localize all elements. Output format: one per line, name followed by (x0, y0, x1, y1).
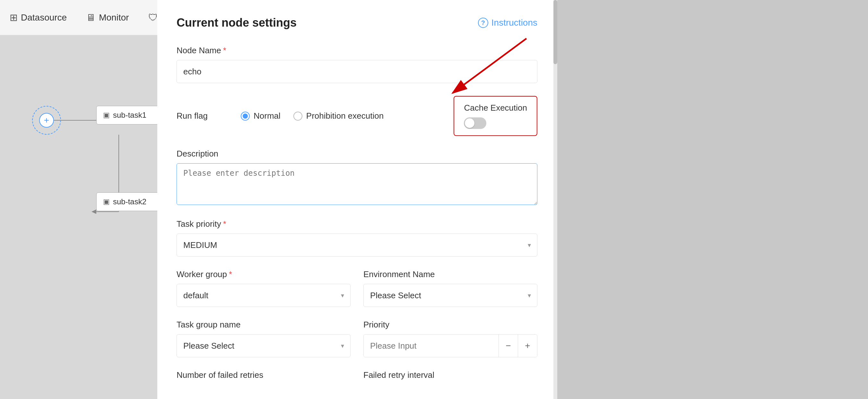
radio-normal[interactable]: Normal (241, 111, 281, 121)
task2-icon: ▣ (103, 198, 110, 206)
task-group-name-select-wrapper: Please Select ▾ (177, 334, 350, 357)
sub-task1-label: sub-task1 (113, 111, 146, 120)
nav-monitor-label: Monitor (99, 12, 129, 23)
panel-scrollbar[interactable] (553, 0, 557, 399)
task-group-name-group: Task group name Please Select ▾ (177, 320, 350, 357)
environment-name-select-wrapper: Please Select ▾ (363, 284, 537, 307)
retries-row: Number of failed retries Failed retry in… (177, 370, 537, 397)
priority-label: Priority (363, 320, 537, 330)
radio-prohibition-circle[interactable] (293, 111, 302, 121)
retry-interval-group: Failed retry interval (363, 370, 537, 385)
worker-group-label: Worker group * (177, 269, 350, 279)
scrollbar-thumb[interactable] (553, 0, 557, 64)
priority-minus-button[interactable]: − (498, 335, 518, 357)
node-name-input[interactable] (177, 60, 537, 83)
environment-name-select[interactable]: Please Select (363, 284, 537, 307)
task-priority-label: Task priority * (177, 219, 537, 229)
panel-title: Current node settings (177, 16, 297, 30)
description-group: Description (177, 149, 537, 206)
run-flag-label: Run flag (177, 111, 241, 121)
instructions-label: Instructions (492, 18, 537, 28)
worker-env-row: Worker group * default ▾ Environment Nam… (177, 269, 537, 320)
radio-normal-circle[interactable] (241, 111, 250, 121)
priority-input[interactable] (364, 335, 498, 357)
required-star: * (223, 45, 226, 56)
radio-normal-label: Normal (254, 111, 281, 121)
node-name-group: Node Name * (177, 45, 537, 83)
worker-group-select[interactable]: default (177, 284, 350, 307)
monitor-icon: 🖥 (86, 12, 96, 23)
required-star-3: * (229, 269, 232, 279)
datasource-icon: ⊞ (10, 12, 18, 23)
environment-name-group: Environment Name Please Select ▾ (363, 269, 537, 307)
cache-execution-box: Cache Execution (454, 96, 537, 136)
panel-header: Current node settings ? Instructions (177, 16, 537, 30)
node-name-label: Node Name * (177, 45, 537, 56)
nav-monitor[interactable]: 🖥 Monitor (86, 12, 129, 23)
toggle-thumb (465, 118, 474, 128)
cache-toggle[interactable] (464, 118, 486, 129)
cache-execution-title: Cache Execution (464, 103, 527, 113)
help-icon: ? (478, 18, 488, 28)
radio-prohibition[interactable]: Prohibition execution (293, 111, 383, 121)
run-flag-section: Run flag Normal Prohibition execution Ca… (177, 96, 537, 136)
failed-retries-label: Number of failed retries (177, 370, 350, 380)
task-priority-select[interactable]: MEDIUM HIGH LOW (177, 233, 537, 257)
worker-group-group: Worker group * default ▾ (177, 269, 350, 307)
nav-datasource-label: Datasource (21, 12, 67, 23)
start-node[interactable]: + (32, 106, 61, 135)
priority-group: Priority − + (363, 320, 537, 357)
settings-panel: Current node settings ? Instructions Nod… (157, 0, 557, 399)
task-group-priority-row: Task group name Please Select ▾ Priority… (177, 320, 537, 370)
task-icon: ▣ (103, 111, 110, 119)
sub-task2-node[interactable]: ▣ sub-task2 (96, 193, 160, 211)
description-label: Description (177, 149, 537, 159)
run-flag-row: Run flag Normal Prohibition execution Ca… (177, 96, 537, 136)
task-priority-group: Task priority * MEDIUM HIGH LOW ▾ (177, 219, 537, 257)
retry-interval-label: Failed retry interval (363, 370, 537, 380)
task-priority-select-wrapper: MEDIUM HIGH LOW ▾ (177, 233, 537, 257)
radio-prohibition-label: Prohibition execution (306, 111, 383, 121)
task-group-name-select[interactable]: Please Select (177, 334, 350, 357)
sub-task2-label: sub-task2 (113, 197, 146, 206)
failed-retries-group: Number of failed retries (177, 370, 350, 385)
priority-plus-button[interactable]: + (518, 335, 537, 357)
sub-task1-node[interactable]: ▣ sub-task1 (96, 106, 160, 125)
environment-name-label: Environment Name (363, 269, 537, 279)
worker-group-select-wrapper: default ▾ (177, 284, 350, 307)
task-group-name-label: Task group name (177, 320, 350, 330)
radio-group: Normal Prohibition execution (241, 111, 444, 121)
right-panel (557, 0, 868, 399)
nav-datasource[interactable]: ⊞ Datasource (10, 12, 67, 23)
security-icon: 🛡 (148, 12, 158, 23)
description-textarea[interactable] (177, 163, 537, 205)
top-nav: ⊞ Datasource 🖥 Monitor 🛡 Security (0, 0, 157, 35)
start-node-icon: + (39, 113, 54, 128)
required-star-2: * (223, 219, 226, 229)
instructions-link[interactable]: ? Instructions (478, 18, 537, 28)
priority-input-wrapper: − + (363, 334, 537, 357)
